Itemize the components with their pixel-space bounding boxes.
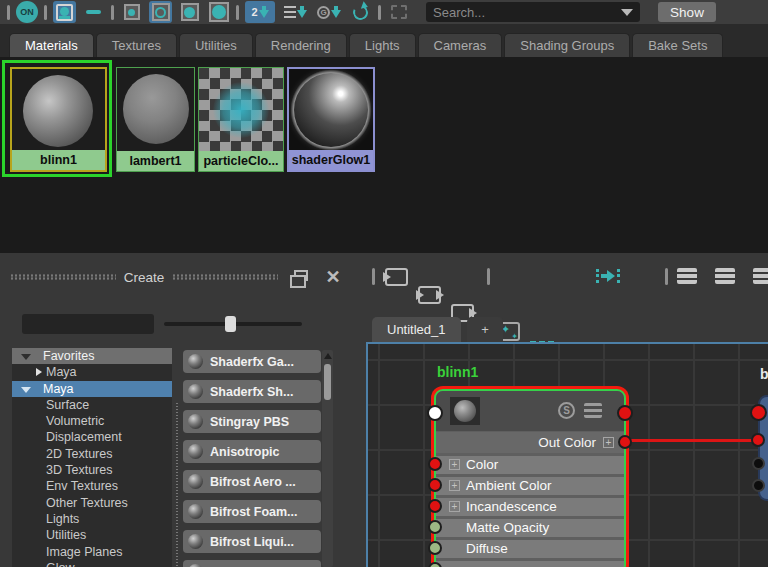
slider-handle[interactable] (225, 316, 236, 332)
header-port-red[interactable] (617, 405, 633, 421)
drag-handle-dots[interactable] (172, 274, 278, 280)
sort-by-time-button[interactable]: G (315, 1, 343, 23)
tree-item-favorites-maya[interactable]: Maya (12, 364, 172, 380)
out-color-port[interactable] (618, 435, 632, 449)
display-connected-mode-button[interactable] (715, 268, 735, 284)
create-category-tree[interactable]: Favorites Maya Maya Surface Volumetric D… (12, 348, 172, 567)
node-type-bifrost-aero[interactable]: Bifrost Aero ... (183, 470, 321, 493)
swatch-render-on-toggle[interactable]: ON (16, 1, 38, 23)
tab-shading-groups[interactable]: Shading Groups (504, 33, 630, 57)
expand-plus-icon[interactable]: + (449, 501, 460, 512)
scroll-up-button[interactable] (322, 350, 333, 362)
swatch-size-xlarge-button[interactable] (207, 1, 230, 23)
expand-plus-icon[interactable]: + (449, 480, 460, 491)
tree-item-3d-textures[interactable]: 3D Textures (12, 462, 172, 478)
node-type-anisotropic[interactable]: Anisotropic (183, 440, 321, 463)
create-node-list[interactable]: Shaderfx Ga... Shaderfx Sh... Stingray P… (183, 350, 321, 567)
tree-item-displacement[interactable]: Displacement (12, 429, 172, 445)
connection-wire[interactable] (626, 439, 754, 442)
input-output-connections-button[interactable] (418, 286, 441, 304)
new-tab-button[interactable]: + (467, 317, 503, 342)
tree-item-lights[interactable]: Lights (12, 511, 172, 527)
chevron-down-icon[interactable] (21, 387, 31, 393)
graph-upstream-button[interactable] (596, 268, 620, 284)
node-type-bifrost-liquid[interactable]: Bifrost Liqui... (183, 530, 321, 553)
editor-tab-untitled-1[interactable]: Untitled_1 (372, 317, 461, 342)
node-row-out-color[interactable]: Out Color (436, 432, 624, 453)
swatch-size-slider[interactable] (164, 316, 302, 332)
material-swatch-browser[interactable]: blinn1 lambert1 particleClo... shaderGlo… (0, 57, 768, 253)
sort-by-type-button[interactable] (281, 1, 309, 23)
node-row-diffuse[interactable]: Diffuse (436, 540, 624, 558)
chevron-right-icon[interactable] (36, 368, 42, 376)
color-port[interactable] (428, 457, 442, 471)
node-type-shaderfx-game[interactable]: Shaderfx Ga... (183, 350, 321, 373)
matte-opacity-port[interactable] (428, 520, 442, 534)
node-type-shaderfx-shader[interactable]: Shaderfx Sh... (183, 380, 321, 403)
render-swatches-button[interactable] (53, 1, 76, 23)
clear-swatches-button[interactable] (82, 1, 105, 23)
create-filter-input[interactable] (22, 314, 154, 334)
search-dropdown-icon[interactable] (621, 9, 633, 16)
display-mode-icon[interactable] (584, 403, 602, 418)
list-scrollbar[interactable] (322, 350, 333, 567)
chevron-down-icon[interactable] (21, 354, 31, 360)
shading-group-badge[interactable]: S (558, 402, 575, 419)
tab-textures[interactable]: Textures (96, 33, 177, 57)
panel-splitter[interactable] (176, 403, 178, 567)
tab-rendering[interactable]: Rendering (255, 33, 347, 57)
tree-item-maya[interactable]: Maya (12, 381, 172, 397)
partial-node-port-red[interactable] (751, 433, 765, 447)
search-field[interactable] (426, 2, 640, 22)
scrollbar-thumb[interactable] (324, 364, 331, 400)
tree-item-volumetric[interactable]: Volumetric (12, 413, 172, 429)
expand-plus-icon[interactable]: + (603, 437, 614, 448)
display-full-mode-button[interactable] (753, 268, 768, 284)
diffuse-port[interactable] (428, 541, 442, 555)
display-simple-mode-button[interactable] (677, 268, 697, 284)
drag-handle-dots[interactable] (10, 274, 116, 280)
node-header[interactable]: S (436, 391, 624, 431)
node-type-bifrost-foam[interactable]: Bifrost Foam... (183, 500, 321, 523)
partial-node-right[interactable] (758, 395, 768, 501)
node-row-color[interactable]: Color (436, 456, 624, 474)
swatch-size-large-button[interactable] (178, 1, 201, 23)
node-type-stingray-pbs[interactable]: Stingray PBS (183, 410, 321, 433)
tree-item-image-planes[interactable]: Image Planes (12, 544, 172, 560)
tab-materials[interactable]: Materials (9, 33, 94, 57)
tree-item-utilities[interactable]: Utilities (12, 527, 172, 543)
refresh-swatches-button[interactable] (349, 1, 372, 23)
partial-node-port-red-large[interactable] (750, 404, 767, 421)
node-graph-viewport[interactable]: blinn1 b S Out Color + Color + Ambient C… (366, 342, 768, 567)
incandescence-port[interactable] (428, 499, 442, 513)
tab-bake-sets[interactable]: Bake Sets (632, 33, 723, 57)
frame-selection-button[interactable] (387, 1, 410, 23)
node-row-partial[interactable] (436, 561, 624, 567)
node-row-matte-opacity[interactable]: Matte Opacity (436, 519, 624, 537)
material-swatch-shaderglow1[interactable]: shaderGlow1 (287, 67, 375, 172)
node-type-partial[interactable] (183, 560, 321, 567)
tree-item-env-textures[interactable]: Env Textures (12, 478, 172, 494)
tree-item-glow[interactable]: Glow (12, 560, 172, 567)
swatch-size-medium-button[interactable] (149, 1, 172, 23)
close-panel-button[interactable]: ✕ (320, 266, 346, 288)
tab-cameras[interactable]: Cameras (418, 33, 503, 57)
material-swatch-lambert1[interactable]: lambert1 (116, 67, 195, 172)
material-swatch-blinn1[interactable]: blinn1 (10, 67, 107, 172)
sort-alphabetical-button[interactable]: 2 (245, 1, 275, 23)
search-input[interactable] (433, 5, 621, 20)
show-button[interactable]: Show (658, 2, 716, 22)
node-output-port[interactable] (427, 405, 443, 421)
partial-node-port-black[interactable] (752, 457, 765, 470)
ambient-color-port[interactable] (428, 478, 442, 492)
tree-item-surface[interactable]: Surface (12, 397, 172, 413)
float-panel-button[interactable] (286, 266, 312, 288)
input-connections-button[interactable] (385, 268, 408, 286)
node-row-ambient-color[interactable]: Ambient Color (436, 477, 624, 495)
blinn1-node[interactable]: S Out Color + Color + Ambient Color + In… (434, 389, 626, 567)
tab-lights[interactable]: Lights (349, 33, 416, 57)
swatch-size-small-button[interactable] (120, 1, 143, 23)
expand-plus-icon[interactable]: + (449, 459, 460, 470)
material-swatch-particlecloud[interactable]: particleClo... (198, 67, 284, 172)
tree-item-2d-textures[interactable]: 2D Textures (12, 446, 172, 462)
